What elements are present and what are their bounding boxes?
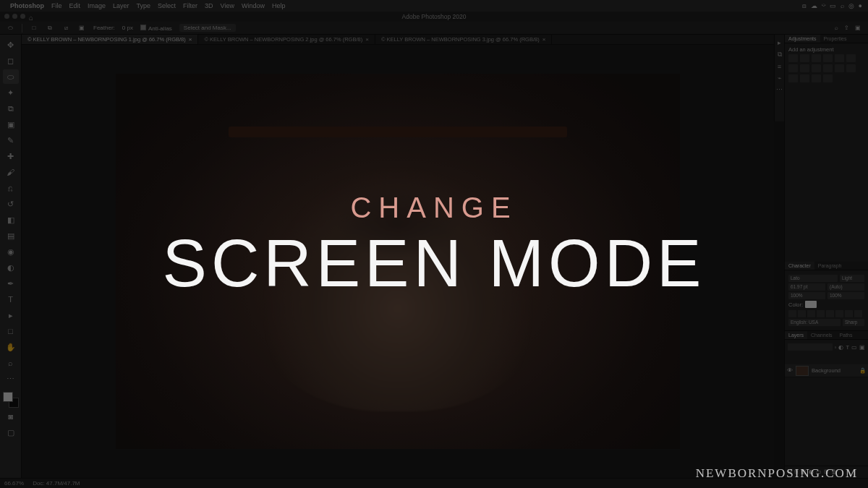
close-icon[interactable]: × (189, 36, 192, 43)
bold-button[interactable] (788, 310, 796, 317)
history-panel-icon[interactable]: ▸ (778, 39, 781, 46)
minimize-window-button[interactable] (12, 14, 17, 19)
strike-button[interactable] (854, 310, 862, 317)
dodge-tool-icon[interactable]: ◐ (3, 260, 19, 275)
tab-adjustments[interactable]: Adjustments (785, 35, 820, 43)
blur-tool-icon[interactable]: ◉ (3, 244, 19, 259)
filter-adj-icon[interactable]: ◐ (838, 344, 843, 351)
layer-name[interactable]: Background (812, 367, 841, 374)
document-canvas[interactable] (116, 74, 680, 449)
battery-icon[interactable]: ▭ (830, 2, 836, 10)
text-color-swatch[interactable] (805, 301, 817, 308)
new-layer-icon[interactable]: ⊞ (824, 468, 829, 475)
color-swatches[interactable] (3, 392, 19, 408)
screen-mode-icon[interactable]: ▢ (3, 425, 19, 440)
wifi-icon[interactable]: ⌔ (822, 2, 825, 10)
hue-adj-icon[interactable] (846, 54, 856, 62)
edit-toolbar-icon[interactable]: ⋯ (3, 372, 19, 386)
link-layers-icon[interactable]: ⧉ (788, 468, 792, 475)
actions-panel-icon[interactable]: ⧉ (778, 51, 782, 59)
photo-filter-adj-icon[interactable] (812, 64, 821, 72)
posterize-adj-icon[interactable] (788, 74, 798, 82)
workspace-icon[interactable]: ▣ (855, 25, 861, 31)
color-balance-adj-icon[interactable] (788, 64, 798, 72)
tab-paths[interactable]: Paths (836, 331, 856, 339)
menu-layer[interactable]: Layer (113, 2, 129, 9)
share-icon[interactable]: ⇪ (844, 25, 849, 31)
app-menu[interactable]: Photoshop (10, 2, 44, 9)
selection-intersect-icon[interactable]: ▣ (77, 24, 86, 33)
eraser-tool-icon[interactable]: ◧ (3, 213, 19, 227)
tracking-input[interactable]: 100% (788, 292, 825, 299)
filter-shape-icon[interactable]: ▭ (851, 344, 857, 351)
doc-info[interactable]: Doc: 47.7M/47.7M (33, 480, 80, 487)
close-icon[interactable]: × (365, 36, 369, 43)
leading-input[interactable]: (Auto) (827, 283, 864, 291)
language-select[interactable]: English: USA (788, 319, 841, 326)
channel-mixer-adj-icon[interactable] (823, 64, 833, 72)
siri-icon[interactable]: ● (859, 2, 862, 10)
tab-paragraph[interactable]: Paragraph (814, 262, 846, 270)
filter-pixel-icon[interactable]: ▫ (835, 344, 837, 351)
feather-input[interactable]: 0 px (122, 25, 133, 31)
new-group-icon[interactable]: ▭ (816, 468, 822, 475)
menu-select[interactable]: Select (158, 2, 176, 9)
healing-brush-tool-icon[interactable]: ✚ (3, 149, 19, 163)
close-icon[interactable]: × (542, 36, 546, 43)
selection-subtract-icon[interactable]: ⧄ (61, 24, 70, 33)
eyedropper-tool-icon[interactable]: ✎ (3, 133, 19, 147)
marquee-tool-icon[interactable]: ◻ (3, 53, 19, 68)
smallcaps-button[interactable] (817, 310, 825, 317)
dropbox-icon[interactable]: ⧈ (802, 2, 807, 10)
menu-edit[interactable]: Edit (69, 2, 81, 9)
selection-new-icon[interactable]: □ (30, 24, 38, 33)
canvas-area[interactable] (22, 45, 774, 478)
document-tab[interactable]: © KELLY BROWN – NEWBORNPOSING 3.jpg @ 66… (375, 35, 552, 44)
swatches-panel-icon[interactable]: ⋯ (776, 86, 783, 93)
document-tab[interactable]: © KELLY BROWN – NEWBORNPOSING 2.jpg @ 66… (198, 35, 375, 44)
brightness-adj-icon[interactable] (788, 54, 798, 62)
brush-tool-icon[interactable]: 🖌 (3, 165, 19, 179)
curves-adj-icon[interactable] (812, 54, 821, 62)
spotlight-icon[interactable]: ⌕ (841, 2, 844, 10)
brushes-panel-icon[interactable]: ⌁ (778, 74, 781, 82)
layer-filter-select[interactable] (788, 343, 833, 351)
cloud-icon[interactable]: ☁ (811, 2, 817, 10)
tab-layers[interactable]: Layers (785, 331, 807, 339)
clone-stamp-tool-icon[interactable]: ⎌ (3, 181, 19, 195)
select-and-mask-button[interactable]: Select and Mask... (179, 24, 236, 32)
layer-mask-icon[interactable]: ◧ (801, 468, 807, 475)
visibility-icon[interactable]: 👁 (787, 367, 793, 374)
close-window-button[interactable] (4, 14, 9, 19)
caps-button[interactable] (807, 310, 815, 317)
threshold-adj-icon[interactable] (800, 74, 809, 82)
subscript-button[interactable] (835, 310, 843, 317)
lasso-tool-icon[interactable]: ⬭ (3, 69, 19, 84)
gradient-tool-icon[interactable]: ▤ (3, 228, 19, 243)
history-brush-tool-icon[interactable]: ↺ (3, 197, 19, 211)
antialias-checkbox[interactable]: Anti-alias (140, 25, 172, 32)
layer-thumbnail[interactable] (796, 366, 809, 376)
layer-row[interactable]: 👁 Background 🔒 (785, 364, 868, 377)
pen-tool-icon[interactable]: ✒ (3, 276, 19, 291)
control-center-icon[interactable]: ◎ (848, 2, 854, 10)
font-size-input[interactable]: 61.97 pt (788, 283, 825, 291)
crop-tool-icon[interactable]: ⧉ (3, 101, 19, 116)
hand-tool-icon[interactable]: ✋ (3, 340, 19, 354)
menu-window[interactable]: Window (242, 2, 265, 9)
menu-help[interactable]: Help (272, 2, 286, 9)
menu-type[interactable]: Type (137, 2, 151, 9)
menu-view[interactable]: View (221, 2, 234, 9)
menu-image[interactable]: Image (88, 2, 106, 9)
new-adj-layer-icon[interactable]: ◐ (809, 468, 814, 475)
tab-channels[interactable]: Channels (807, 331, 836, 339)
bw-adj-icon[interactable] (800, 64, 809, 72)
zoom-window-button[interactable] (20, 14, 25, 19)
vibrance-adj-icon[interactable] (835, 54, 844, 62)
gradient-map-adj-icon[interactable] (812, 74, 821, 82)
font-family-select[interactable]: Lato (788, 275, 838, 282)
tab-character[interactable]: Character (785, 262, 814, 270)
menu-filter[interactable]: Filter (183, 2, 197, 9)
filter-smart-icon[interactable]: ▣ (859, 344, 865, 351)
color-lookup-adj-icon[interactable] (835, 64, 844, 72)
